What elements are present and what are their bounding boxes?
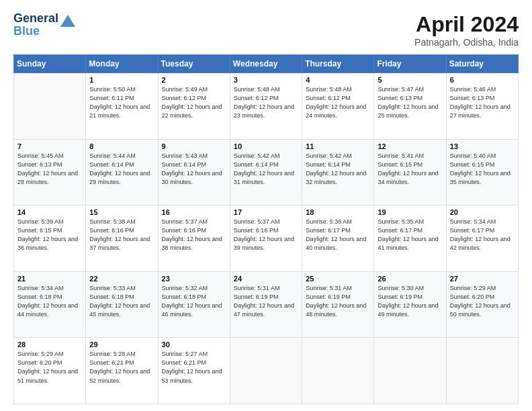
calendar-cell bbox=[374, 338, 446, 404]
day-number: 12 bbox=[378, 142, 442, 150]
location: Patnagarh, Odisha, India bbox=[414, 37, 519, 48]
calendar-cell bbox=[230, 338, 302, 404]
calendar-cell: 25Sunrise: 5:31 AMSunset: 6:19 PMDayligh… bbox=[302, 271, 374, 338]
day-number: 20 bbox=[450, 208, 515, 216]
day-info: Sunrise: 5:48 AMSunset: 6:12 PMDaylight:… bbox=[234, 85, 298, 120]
logo-blue: Blue bbox=[13, 25, 58, 38]
calendar-cell: 11Sunrise: 5:42 AMSunset: 6:14 PMDayligh… bbox=[302, 139, 374, 205]
day-info: Sunrise: 5:31 AMSunset: 6:19 PMDaylight:… bbox=[234, 284, 298, 319]
calendar-cell: 14Sunrise: 5:39 AMSunset: 6:15 PMDayligh… bbox=[14, 205, 86, 272]
calendar-cell bbox=[302, 338, 374, 404]
day-info: Sunrise: 5:41 AMSunset: 6:15 PMDaylight:… bbox=[378, 152, 442, 187]
day-number: 16 bbox=[162, 208, 226, 216]
day-number: 11 bbox=[306, 142, 370, 150]
logo-general: General bbox=[13, 12, 58, 25]
day-number: 2 bbox=[162, 76, 226, 84]
day-info: Sunrise: 5:42 AMSunset: 6:14 PMDaylight:… bbox=[306, 152, 370, 187]
day-number: 7 bbox=[17, 142, 82, 150]
calendar-table: SundayMondayTuesdayWednesdayThursdayFrid… bbox=[13, 54, 519, 404]
weekday-header: Thursday bbox=[302, 55, 374, 73]
calendar-cell: 10Sunrise: 5:42 AMSunset: 6:14 PMDayligh… bbox=[230, 139, 302, 205]
calendar-week-row: 14Sunrise: 5:39 AMSunset: 6:15 PMDayligh… bbox=[14, 205, 519, 272]
day-info: Sunrise: 5:37 AMSunset: 6:16 PMDaylight:… bbox=[234, 218, 298, 253]
day-info: Sunrise: 5:32 AMSunset: 6:18 PMDaylight:… bbox=[162, 284, 226, 319]
day-info: Sunrise: 5:49 AMSunset: 6:12 PMDaylight:… bbox=[162, 85, 226, 120]
calendar-cell: 3Sunrise: 5:48 AMSunset: 6:12 PMDaylight… bbox=[230, 73, 302, 140]
day-info: Sunrise: 5:29 AMSunset: 6:20 PMDaylight:… bbox=[450, 284, 515, 319]
day-number: 19 bbox=[378, 208, 442, 216]
day-info: Sunrise: 5:45 AMSunset: 6:13 PMDaylight:… bbox=[17, 152, 82, 187]
weekday-header: Tuesday bbox=[158, 55, 230, 73]
calendar-week-row: 21Sunrise: 5:34 AMSunset: 6:18 PMDayligh… bbox=[14, 271, 519, 338]
day-number: 15 bbox=[89, 208, 154, 216]
calendar-cell: 21Sunrise: 5:34 AMSunset: 6:18 PMDayligh… bbox=[14, 271, 86, 338]
day-info: Sunrise: 5:38 AMSunset: 6:16 PMDaylight:… bbox=[89, 218, 154, 253]
day-info: Sunrise: 5:44 AMSunset: 6:14 PMDaylight:… bbox=[89, 152, 154, 187]
calendar-week-row: 28Sunrise: 5:29 AMSunset: 6:20 PMDayligh… bbox=[14, 338, 519, 404]
calendar-cell: 23Sunrise: 5:32 AMSunset: 6:18 PMDayligh… bbox=[158, 271, 230, 338]
calendar-cell: 19Sunrise: 5:35 AMSunset: 6:17 PMDayligh… bbox=[374, 205, 446, 272]
weekday-header: Saturday bbox=[446, 55, 518, 73]
day-info: Sunrise: 5:43 AMSunset: 6:14 PMDaylight:… bbox=[162, 152, 226, 187]
day-info: Sunrise: 5:31 AMSunset: 6:19 PMDaylight:… bbox=[306, 284, 370, 319]
day-number: 18 bbox=[306, 208, 370, 216]
calendar-cell: 1Sunrise: 5:50 AMSunset: 6:11 PMDaylight… bbox=[86, 73, 158, 140]
weekday-header: Friday bbox=[374, 55, 446, 73]
calendar-cell: 16Sunrise: 5:37 AMSunset: 6:16 PMDayligh… bbox=[158, 205, 230, 272]
day-info: Sunrise: 5:28 AMSunset: 6:21 PMDaylight:… bbox=[89, 350, 154, 385]
calendar-cell: 27Sunrise: 5:29 AMSunset: 6:20 PMDayligh… bbox=[446, 271, 518, 338]
logo: General Blue bbox=[13, 12, 75, 38]
day-number: 22 bbox=[89, 275, 154, 283]
day-number: 28 bbox=[17, 340, 82, 349]
weekday-header: Sunday bbox=[14, 55, 86, 73]
day-info: Sunrise: 5:27 AMSunset: 6:21 PMDaylight:… bbox=[162, 350, 226, 385]
calendar-cell: 6Sunrise: 5:46 AMSunset: 6:13 PMDaylight… bbox=[446, 73, 518, 140]
calendar-cell: 8Sunrise: 5:44 AMSunset: 6:14 PMDaylight… bbox=[86, 139, 158, 205]
weekday-header: Monday bbox=[86, 55, 158, 73]
day-number: 17 bbox=[234, 208, 298, 216]
svg-marker-0 bbox=[60, 15, 75, 27]
calendar-cell: 13Sunrise: 5:40 AMSunset: 6:15 PMDayligh… bbox=[446, 139, 518, 205]
day-number: 27 bbox=[450, 275, 515, 283]
day-info: Sunrise: 5:42 AMSunset: 6:14 PMDaylight:… bbox=[234, 152, 298, 187]
month-title: April 2024 bbox=[414, 12, 519, 37]
day-info: Sunrise: 5:35 AMSunset: 6:17 PMDaylight:… bbox=[378, 218, 442, 253]
day-number: 4 bbox=[306, 76, 370, 84]
calendar-cell: 20Sunrise: 5:34 AMSunset: 6:17 PMDayligh… bbox=[446, 205, 518, 272]
calendar-cell: 12Sunrise: 5:41 AMSunset: 6:15 PMDayligh… bbox=[374, 139, 446, 205]
day-info: Sunrise: 5:40 AMSunset: 6:15 PMDaylight:… bbox=[450, 152, 515, 187]
day-number: 14 bbox=[17, 208, 82, 216]
calendar-cell: 24Sunrise: 5:31 AMSunset: 6:19 PMDayligh… bbox=[230, 271, 302, 338]
day-info: Sunrise: 5:50 AMSunset: 6:11 PMDaylight:… bbox=[89, 85, 154, 120]
day-number: 9 bbox=[162, 142, 226, 150]
calendar-cell bbox=[14, 73, 86, 140]
day-number: 30 bbox=[162, 340, 226, 349]
day-number: 21 bbox=[17, 275, 82, 283]
day-info: Sunrise: 5:46 AMSunset: 6:13 PMDaylight:… bbox=[450, 85, 515, 120]
day-info: Sunrise: 5:39 AMSunset: 6:15 PMDaylight:… bbox=[17, 218, 82, 253]
day-number: 5 bbox=[378, 76, 442, 84]
header: General Blue April 2024 Patnagarh, Odish… bbox=[13, 12, 519, 48]
calendar-cell: 2Sunrise: 5:49 AMSunset: 6:12 PMDaylight… bbox=[158, 73, 230, 140]
title-area: April 2024 Patnagarh, Odisha, India bbox=[414, 12, 519, 48]
page: General Blue April 2024 Patnagarh, Odish… bbox=[0, 0, 532, 411]
calendar-cell: 30Sunrise: 5:27 AMSunset: 6:21 PMDayligh… bbox=[158, 338, 230, 404]
calendar-cell: 7Sunrise: 5:45 AMSunset: 6:13 PMDaylight… bbox=[14, 139, 86, 205]
day-number: 24 bbox=[234, 275, 298, 283]
day-number: 8 bbox=[89, 142, 154, 150]
logo-icon bbox=[60, 15, 75, 27]
calendar-cell: 17Sunrise: 5:37 AMSunset: 6:16 PMDayligh… bbox=[230, 205, 302, 272]
calendar-cell bbox=[446, 338, 518, 404]
calendar-week-row: 7Sunrise: 5:45 AMSunset: 6:13 PMDaylight… bbox=[14, 139, 519, 205]
calendar-header-row: SundayMondayTuesdayWednesdayThursdayFrid… bbox=[14, 55, 519, 73]
day-info: Sunrise: 5:48 AMSunset: 6:12 PMDaylight:… bbox=[306, 85, 370, 120]
day-info: Sunrise: 5:33 AMSunset: 6:18 PMDaylight:… bbox=[89, 284, 154, 319]
day-number: 29 bbox=[89, 340, 154, 349]
day-info: Sunrise: 5:47 AMSunset: 6:13 PMDaylight:… bbox=[378, 85, 442, 120]
day-info: Sunrise: 5:29 AMSunset: 6:20 PMDaylight:… bbox=[17, 350, 82, 385]
day-info: Sunrise: 5:34 AMSunset: 6:17 PMDaylight:… bbox=[450, 218, 515, 253]
calendar-cell: 5Sunrise: 5:47 AMSunset: 6:13 PMDaylight… bbox=[374, 73, 446, 140]
day-number: 13 bbox=[450, 142, 515, 150]
day-info: Sunrise: 5:34 AMSunset: 6:18 PMDaylight:… bbox=[17, 284, 82, 319]
day-number: 25 bbox=[306, 275, 370, 283]
